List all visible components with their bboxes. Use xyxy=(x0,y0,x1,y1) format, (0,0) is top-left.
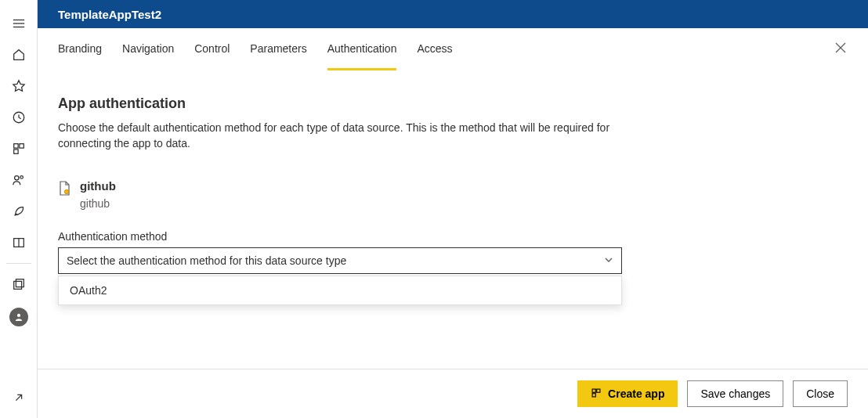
hamburger-icon[interactable] xyxy=(0,8,38,39)
auth-method-label: Authentication method xyxy=(58,230,848,243)
svg-rect-5 xyxy=(19,144,23,148)
home-icon[interactable] xyxy=(0,39,38,70)
create-app-label: Create app xyxy=(608,387,664,400)
app-title: TemplateAppTest2 xyxy=(58,8,161,21)
tab-parameters[interactable]: Parameters xyxy=(250,42,306,58)
svg-rect-4 xyxy=(13,144,17,148)
tab-control[interactable]: Control xyxy=(194,42,230,58)
save-changes-button[interactable]: Save changes xyxy=(687,380,783,407)
data-source-row: github github xyxy=(58,179,848,210)
data-source-name: github xyxy=(80,179,116,193)
content-area: App authentication Choose the default au… xyxy=(38,72,868,369)
app-button-icon xyxy=(591,387,602,401)
footer-bar: Create app Save changes Close xyxy=(38,369,868,418)
avatar[interactable] xyxy=(0,300,38,331)
left-nav-rail xyxy=(0,0,38,418)
svg-rect-12 xyxy=(13,281,21,289)
svg-rect-17 xyxy=(592,389,595,392)
clock-icon[interactable] xyxy=(0,102,38,133)
auth-method-dropdown: OAuth2 xyxy=(58,276,622,305)
close-icon[interactable] xyxy=(835,42,846,56)
create-app-button[interactable]: Create app xyxy=(577,380,678,407)
expand-icon[interactable] xyxy=(0,382,38,413)
stack-icon[interactable] xyxy=(0,268,38,300)
tab-access[interactable]: Access xyxy=(417,42,452,58)
main-panel: TemplateAppTest2 Branding Navigation Con… xyxy=(38,0,868,418)
section-heading: App authentication xyxy=(58,95,848,112)
svg-rect-18 xyxy=(597,389,600,392)
people-icon[interactable] xyxy=(0,164,38,196)
title-bar: TemplateAppTest2 xyxy=(38,0,868,28)
svg-point-13 xyxy=(16,314,20,317)
chevron-down-icon xyxy=(604,254,613,267)
auth-method-select[interactable]: Select the authentication method for thi… xyxy=(58,247,622,274)
tab-navigation[interactable]: Navigation xyxy=(122,42,174,58)
book-icon[interactable] xyxy=(0,227,38,258)
svg-point-7 xyxy=(14,176,18,180)
apps-icon[interactable] xyxy=(0,133,38,164)
rocket-icon[interactable] xyxy=(0,196,38,227)
star-icon[interactable] xyxy=(0,70,38,102)
svg-point-8 xyxy=(20,176,23,179)
svg-rect-6 xyxy=(13,150,17,153)
auth-option-oauth2[interactable]: OAuth2 xyxy=(59,276,621,304)
section-description: Choose the default authentication method… xyxy=(58,120,638,151)
svg-point-16 xyxy=(65,190,69,194)
svg-rect-19 xyxy=(592,393,595,396)
tab-authentication[interactable]: Authentication xyxy=(327,42,397,58)
close-button[interactable]: Close xyxy=(793,380,848,407)
svg-rect-11 xyxy=(16,279,24,287)
tab-branding[interactable]: Branding xyxy=(58,42,102,58)
data-source-subtitle: github xyxy=(80,197,116,210)
auth-method-placeholder: Select the authentication method for thi… xyxy=(67,254,346,267)
tab-bar: Branding Navigation Control Parameters A… xyxy=(38,28,868,72)
datasource-icon xyxy=(58,181,71,199)
